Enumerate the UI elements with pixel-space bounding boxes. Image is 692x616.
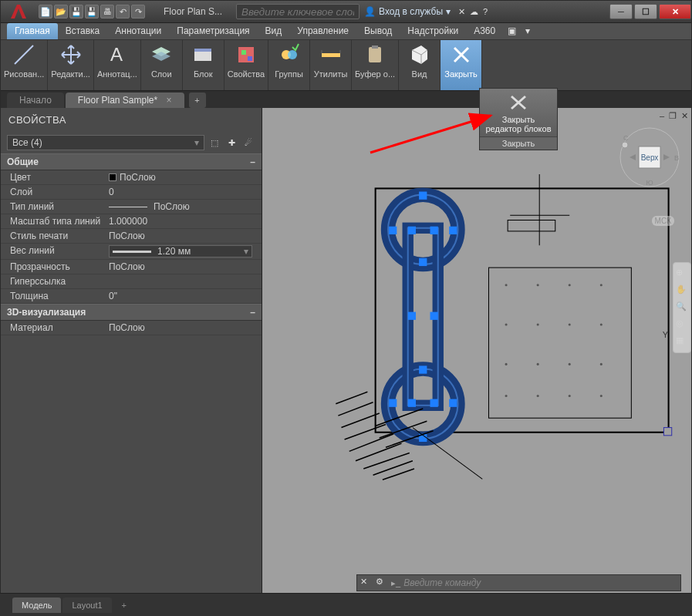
drawing-canvas[interactable]: – ❐ ✕ <box>262 108 691 597</box>
showmotion-icon[interactable]: ▦ <box>676 335 688 348</box>
panel-modify[interactable]: Редакти... <box>48 40 94 90</box>
svg-line-58 <box>341 413 379 427</box>
svg-rect-51 <box>389 399 397 407</box>
command-input[interactable]: Введите команду <box>403 577 677 588</box>
tab-parametric[interactable]: Параметризация <box>169 23 257 39</box>
help-icon[interactable]: ? <box>483 7 488 16</box>
signin-button[interactable]: 👤 Вход в службы ▾ <box>364 6 451 17</box>
svg-line-0 <box>15 45 33 64</box>
redo-icon[interactable]: ↷ <box>131 5 145 19</box>
minimize-button[interactable]: ─ <box>609 4 633 19</box>
panel-block[interactable]: Блок <box>183 40 224 90</box>
new-icon[interactable]: 📄 <box>39 5 52 19</box>
fullnav-icon[interactable]: ⊕ <box>676 268 688 280</box>
customize-cmd-icon[interactable]: ⚙ <box>376 577 388 589</box>
tab-a360[interactable]: A360 <box>466 23 503 39</box>
panel-draw[interactable]: Рисован... <box>1 40 48 90</box>
svg-point-75 <box>622 142 628 148</box>
svg-point-24 <box>505 324 508 326</box>
svg-point-23 <box>600 284 603 286</box>
group-3dviz[interactable]: 3D-визуализация– <box>1 304 262 321</box>
zoom-icon[interactable]: 🔍 <box>676 301 688 314</box>
panel-close[interactable]: Закрыть <box>441 40 482 90</box>
panel-groups[interactable]: Группы <box>268 40 310 90</box>
tab-insert[interactable]: Вставка <box>58 23 108 39</box>
selectobj-icon[interactable]: ☄ <box>241 136 255 150</box>
svg-rect-46 <box>449 227 457 234</box>
svg-text:C: C <box>623 134 629 142</box>
svg-point-22 <box>569 284 571 286</box>
tab-addins[interactable]: Надстройки <box>400 23 466 39</box>
prop-lineweight: Вес линий1.20 мм▾ <box>1 244 262 260</box>
svg-text:В: В <box>674 154 679 162</box>
tab-start[interactable]: Начало <box>7 93 64 108</box>
save-icon[interactable]: 💾 <box>69 5 83 19</box>
panel-view[interactable]: Вид <box>399 40 441 90</box>
svg-point-32 <box>505 395 508 397</box>
navigation-bar: ⊕ ✋ 🔍 ◎ ▦ <box>673 262 691 353</box>
collapse-icon[interactable]: – <box>250 307 255 318</box>
svg-rect-49 <box>430 312 437 320</box>
search-input[interactable] <box>236 4 360 19</box>
panel-annotate[interactable]: AАннотац... <box>94 40 141 90</box>
layout-tabs: Модель Layout1 + <box>0 593 692 616</box>
chevron-down-icon: ▾ <box>244 246 248 257</box>
quickselect-icon[interactable]: ⬚ <box>208 136 221 150</box>
pickadd-icon[interactable]: ✚ <box>224 136 238 150</box>
open-icon[interactable]: 📂 <box>54 5 68 19</box>
undo-icon[interactable]: ↶ <box>116 5 130 19</box>
cloud-icon[interactable]: ☁ <box>470 7 478 17</box>
document-tabs: Начало Floor Plan Sample* × + <box>1 91 691 108</box>
panel-properties[interactable]: Свойства <box>224 40 268 90</box>
tab-new-button[interactable]: + <box>189 93 206 108</box>
selection-dropdown[interactable]: Все (4) ▾ <box>7 135 204 150</box>
app-logo[interactable] <box>1 1 35 23</box>
tab-layout1[interactable]: Layout1 <box>62 597 111 613</box>
tab-active-doc[interactable]: Floor Plan Sample* × <box>66 93 184 108</box>
selection-label: Все (4) <box>12 137 42 148</box>
tab-manage[interactable]: Управление <box>289 23 356 39</box>
svg-point-27 <box>600 324 603 326</box>
prop-material: МатериалПоСлою <box>1 321 262 335</box>
panel-layers[interactable]: Слои <box>141 40 183 90</box>
tab-home[interactable]: Главная <box>7 23 58 39</box>
prop-ltscale: Масштаб типа линий1.000000 <box>1 214 262 229</box>
svg-rect-42 <box>419 192 427 200</box>
pan-icon[interactable]: ✋ <box>676 284 688 297</box>
palette-title: СВОЙСТВА <box>1 108 262 132</box>
panel-utilities[interactable]: Утилиты <box>310 40 352 90</box>
ribbon-chevron-icon[interactable]: ▾ <box>521 23 535 39</box>
coordinate-system-badge[interactable]: МСК <box>652 216 674 226</box>
app-window: 📄 📂 💾 💾 🖶 ↶ ↷ Floor Plan S... 👤 Вход в с… <box>0 0 692 616</box>
exchange-icon[interactable]: ✕ <box>458 7 465 17</box>
command-line[interactable]: ✕ ⚙ ▸_ Введите команду <box>356 574 681 591</box>
saveas-icon[interactable]: 💾 <box>85 5 99 19</box>
tab-model[interactable]: Модель <box>12 597 61 613</box>
svg-rect-47 <box>419 258 427 266</box>
svg-rect-6 <box>248 56 252 61</box>
svg-line-57 <box>338 402 373 416</box>
svg-text:A: A <box>110 44 123 65</box>
close-cmd-icon[interactable]: ✕ <box>360 577 373 589</box>
user-icon: 👤 <box>364 6 376 17</box>
featured-apps-icon[interactable]: ▣ <box>503 23 521 39</box>
tab-close-icon[interactable]: × <box>167 95 172 106</box>
svg-rect-50 <box>419 365 427 373</box>
add-layout-button[interactable]: + <box>116 598 132 612</box>
panel-clipboard[interactable]: Буфер о... <box>352 40 399 90</box>
orbit-icon[interactable]: ◎ <box>676 318 688 331</box>
print-icon[interactable]: 🖶 <box>100 5 114 19</box>
maximize-button[interactable]: ☐ <box>634 4 657 19</box>
ribbon-tabs: Главная Вставка Аннотации Параметризация… <box>1 23 691 40</box>
tab-output[interactable]: Вывод <box>356 23 400 39</box>
tab-annotate[interactable]: Аннотации <box>107 23 169 39</box>
svg-line-76 <box>370 116 491 153</box>
group-general[interactable]: Общие– <box>1 153 262 170</box>
viewcube[interactable]: Верх Ю C В <box>619 126 680 188</box>
doc-close-icon[interactable]: ✕ <box>681 111 688 121</box>
collapse-icon[interactable]: – <box>250 157 255 167</box>
tab-view[interactable]: Вид <box>258 23 290 39</box>
svg-text:Верх: Верх <box>641 153 659 162</box>
svg-point-31 <box>600 363 603 365</box>
close-button[interactable]: ✕ <box>659 4 691 19</box>
